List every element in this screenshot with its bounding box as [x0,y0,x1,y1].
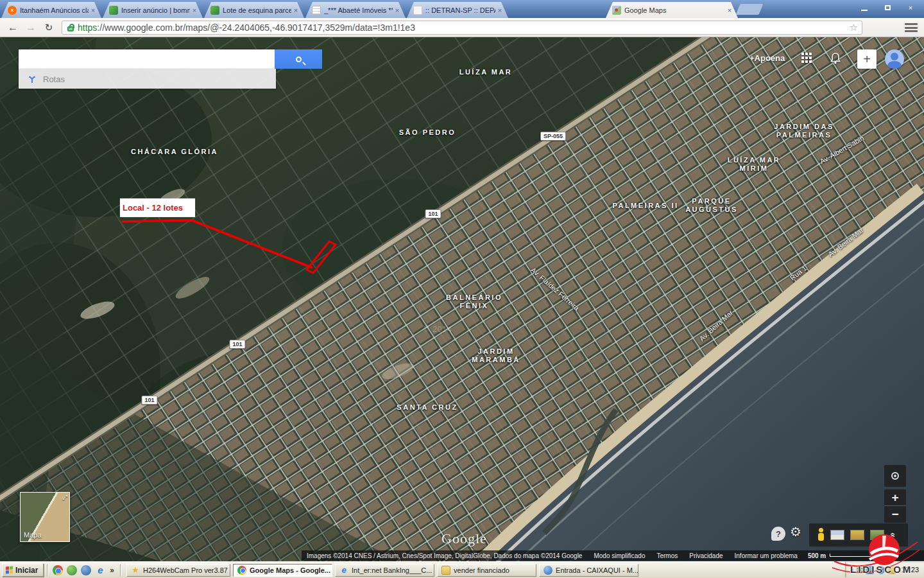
tray-icon-yellow[interactable] [887,566,896,574]
link-termos[interactable]: Termos [656,552,678,559]
zoom-out-button[interactable]: − [884,506,906,523]
profile-name[interactable]: +Apoena [749,53,785,63]
tab-close-icon[interactable]: × [495,6,504,14]
task-label: Int_er:net BankIng___C... [352,566,432,574]
settings-gear-icon[interactable]: ⚙ [790,524,801,539]
earth-view-thumbnail[interactable] [850,530,864,540]
share-plus-button[interactable]: + [857,49,877,69]
tab-strip: x Itanhaém Anúncios classifica × Inserir… [0,0,924,18]
taskbar-button-caixaqui[interactable]: Entrada - CAIXAQUI - M... [539,564,638,577]
address-bar[interactable]: https://www.google.com.br/maps/@-24.2404… [62,21,862,35]
route-badge-101-b: 101 [229,340,245,349]
minimize-button[interactable] [856,3,873,13]
quicklaunch-chrome-icon[interactable] [53,565,63,575]
tab-close-icon[interactable]: × [393,6,402,14]
my-location-button[interactable] [884,465,906,487]
annotation-text: Local - 12 lotes [123,203,183,213]
taskbar-button-google-maps[interactable]: Google Maps - Google... [233,564,332,577]
url-text: https://www.google.com.br/maps/@-24.2404… [78,22,846,33]
help-button[interactable]: ? [771,527,785,541]
bookmark-star-icon[interactable]: ☆ [850,22,858,33]
tab-title: Lote de esquina parcelado - [223,6,291,14]
link-informar-problema[interactable]: Informar um problema [735,552,798,559]
tab-itanhaem[interactable]: x Itanhaém Anúncios classifica × [1,2,101,18]
attribution-text: Imagens ©2014 CNES / Astrium, Cnes/Spot … [307,552,582,559]
pegman-bar: « [809,523,908,547]
notifications-bell-icon[interactable] [830,52,841,67]
start-button[interactable]: Iniciar [2,563,44,577]
quicklaunch-overflow-chevron[interactable]: » [110,566,114,575]
place-label-sao-pedro: SÃO PEDRO [399,128,456,137]
collapse-chevron-icon[interactable]: « [888,532,898,538]
quicklaunch-green-app-icon[interactable] [67,565,77,575]
tray-icon-round[interactable] [877,566,885,574]
zoom-in-button[interactable]: + [884,489,906,506]
minimap-label: Mapa [24,531,42,539]
place-label-luiza-mar-mirim: LUÍZA MAR MIRIM [728,156,781,173]
search-input[interactable] [19,49,275,69]
attribution-bar: Imagens ©2014 CNES / Astrium, Cnes/Spot … [302,550,924,561]
map-canvas[interactable]: Local - 12 lotes CHÁCARA GLÓRIA SÃO PEDR… [0,37,924,561]
avatar[interactable] [885,49,904,69]
restore-button[interactable] [879,3,896,13]
blank-favicon [413,6,422,15]
expand-icon: ⤢ [62,494,67,502]
reload-button[interactable]: ↻ [41,20,56,35]
tab-abaete-imoveis[interactable]: _*** Abaeté Imóveis ***_ - × [305,2,406,18]
tray-chevron-icon[interactable]: « [850,566,853,574]
tab-detran[interactable]: :: DETRAN-SP :: DEPARTAME × [407,2,508,18]
tray-icon-blue[interactable] [866,566,874,574]
task-label: vender financiado [454,566,509,574]
windows-taskbar: Iniciar e » ★ H264WebCam Pro ver3.87 Goo… [0,561,924,578]
maps-search-box[interactable] [19,49,275,69]
zoom-control: + − [884,489,906,523]
taskbar-button-internet-banking[interactable]: e Int_er:net BankIng___C... [335,564,434,577]
route-badge-101-c: 101 [141,396,157,405]
map-scale: 500 m [808,552,885,559]
tab-close-icon[interactable]: × [89,6,98,14]
search-button[interactable] [275,49,322,69]
screen: x Itanhaém Anúncios classifica × Inserir… [0,0,924,578]
chrome-menu-icon[interactable] [903,22,919,33]
taskbar-button-webcam[interactable]: ★ H264WebCam Pro ver3.87 [126,564,230,577]
ssl-lock-icon[interactable] [67,26,74,31]
tab-lote-esquina[interactable]: Lote de esquina parcelado - × [204,2,304,18]
taskbar-clock: 10:23 [901,566,919,574]
olx-favicon: x [8,6,17,15]
url-scheme: https [78,22,97,33]
chrome-icon [237,566,246,575]
apps-grid-icon[interactable] [801,53,814,66]
pegman-icon[interactable] [817,528,825,542]
mail-tray-icon[interactable]: ✉ [857,565,864,575]
tab-close-icon[interactable]: × [725,6,734,14]
place-label-parque-augustus: PARQUE AUGUSTUS [685,197,738,214]
link-privacidade[interactable]: Privacidade [689,552,723,559]
imagery-watermark: © 2014 [424,325,452,334]
place-label-luiza-mar: LUÍZA MAR [459,68,513,76]
back-button[interactable]: ← [5,20,21,35]
quicklaunch-blue-app-icon[interactable] [81,565,91,575]
map-view-thumbnail[interactable] [830,530,844,540]
windows-logo-icon [6,566,13,574]
tab-inserir-anuncio[interactable]: Inserir anúncio | bomnegócio × [103,2,203,18]
link-modo-simplificado[interactable]: Modo simplificado [594,552,645,559]
forward-button[interactable]: → [23,20,38,35]
directions-label: Rotas [43,74,65,84]
new-tab-button[interactable] [736,4,764,15]
close-button[interactable]: × [902,3,919,13]
tab-close-icon[interactable]: × [190,6,199,14]
terrain-view-thumbnail[interactable] [870,530,884,540]
taskbar-button-vender-financiado[interactable]: vender financiado [437,564,536,577]
window-controls: × [856,3,919,13]
quicklaunch-ie-icon[interactable]: e [95,565,105,575]
minimap-toggle[interactable]: ⤢ Mapa [20,492,70,542]
task-label: H264WebCam Pro ver3.87 [143,566,228,574]
scale-label: 500 m [808,552,826,559]
tab-close-icon[interactable]: × [291,6,300,14]
tab-google-maps[interactable]: Google Maps × [606,2,738,18]
place-label-santa-cruz: SANTA CRUZ [397,403,458,412]
place-label-balneario-fenix: BALNEÁRIO FÊNIX [446,293,502,310]
url-rest: ://www.google.com.br/maps/@-24.2404065,-… [97,22,415,33]
directions-bar[interactable]: Rotas [19,69,276,89]
my-location-icon [891,472,899,480]
